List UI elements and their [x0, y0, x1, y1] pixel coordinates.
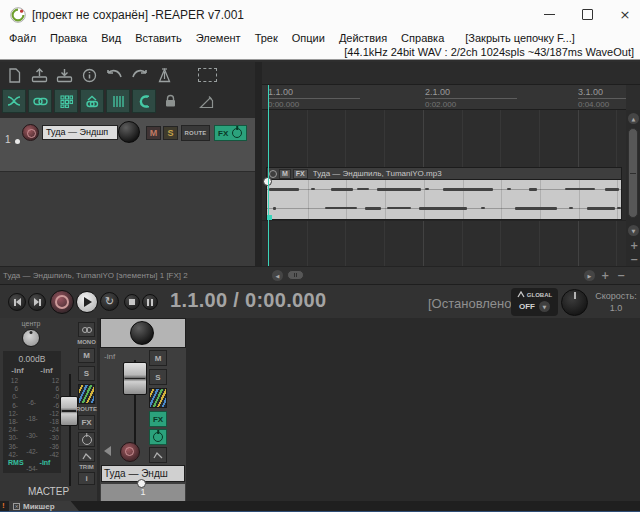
close-button[interactable]: × — [606, 0, 640, 29]
transport-time-display[interactable]: 1.1.00 / 0:00.000 — [170, 289, 326, 312]
track-volume-knob[interactable] — [118, 121, 140, 143]
menu-item[interactable]: Справка — [401, 32, 444, 44]
mixer-mute-button[interactable]: M — [149, 350, 167, 366]
vertical-zoom-in-icon[interactable]: + — [630, 241, 638, 251]
title-bar[interactable]: [проект не сохранён] -REAPER v7.001 × — [0, 0, 640, 30]
track-solo-button[interactable]: S — [163, 126, 178, 140]
scroll-left-icon[interactable]: ◀ — [272, 270, 283, 281]
mixer-fx-button[interactable]: FX — [149, 411, 167, 427]
master-pan-knob[interactable] — [22, 329, 40, 347]
menu-item[interactable]: Опции — [292, 32, 325, 44]
save-project-button[interactable] — [52, 65, 77, 85]
master-solo-button[interactable]: S — [78, 366, 95, 381]
master-rms-value: -inf — [40, 459, 51, 466]
item-waveform[interactable] — [267, 180, 621, 219]
mixer-fx-power-button[interactable] — [149, 429, 167, 445]
menu-item[interactable]: Трек — [255, 32, 278, 44]
undo-icon[interactable] — [102, 65, 127, 85]
lock-toggle-button[interactable] — [158, 89, 182, 113]
tab-close-icon[interactable]: × — [13, 503, 20, 510]
menu-item[interactable]: Вставить — [135, 32, 182, 44]
play-button[interactable] — [76, 291, 98, 313]
toolbar-row-1 — [2, 65, 220, 85]
go-to-start-button[interactable] — [8, 293, 26, 311]
ripple-edit-button[interactable] — [54, 89, 78, 113]
minimize-button[interactable] — [530, 0, 568, 29]
speaker-icon[interactable] — [104, 446, 111, 456]
horizontal-zoom-in-icon[interactable]: + — [601, 271, 609, 281]
marquee-select-button[interactable] — [195, 65, 220, 85]
mixer-phase-button[interactable] — [149, 388, 167, 408]
mixer-automation-button[interactable] — [149, 447, 167, 463]
global-dropdown-icon[interactable]: ▼ — [539, 301, 550, 312]
repeat-button[interactable]: ↻ — [100, 292, 119, 311]
arrange-body[interactable]: M FX Туда — Эндшпиль, TumaniYO.mp3 — [262, 110, 626, 266]
horizontal-zoom-out-icon[interactable]: − — [617, 271, 625, 281]
pause-button[interactable] — [142, 294, 158, 310]
project-settings-button[interactable] — [77, 65, 102, 85]
scroll-down-icon[interactable]: ▼ — [628, 225, 639, 236]
vertical-zoom-out-icon[interactable]: − — [630, 255, 638, 265]
record-button[interactable] — [50, 290, 74, 314]
new-project-button[interactable] — [2, 65, 27, 85]
scroll-up-icon[interactable]: ▲ — [628, 113, 639, 124]
close-icon: × — [620, 7, 631, 22]
audio-status: [44.1kHz 24bit WAV : 2/2ch 1024spls ~43/… — [0, 46, 634, 60]
ruler-mark: 3.1.000:04.000 — [578, 87, 626, 109]
master-rms-label: RMS — [8, 459, 24, 466]
mixer-solo-button[interactable]: S — [149, 369, 167, 385]
master-info-button[interactable]: i — [78, 472, 95, 485]
snap-toggle-button[interactable] — [132, 89, 156, 113]
master-mono-button[interactable] — [78, 322, 95, 337]
mixer-fader[interactable] — [123, 362, 147, 395]
vertical-scrollbar[interactable]: ▲ ▼ + − — [626, 110, 640, 266]
item-fx-badge[interactable]: FX — [293, 169, 308, 179]
envelope-group-button[interactable] — [80, 89, 104, 113]
menu-item[interactable]: Вид — [101, 32, 121, 44]
menu-item[interactable]: Правка — [50, 32, 87, 44]
razor-edit-button[interactable] — [194, 89, 218, 113]
grid-toggle-button[interactable] — [106, 89, 130, 113]
master-mono-label: MONO — [74, 339, 99, 345]
menu-item[interactable]: Действия — [339, 32, 387, 44]
record-arm-button[interactable] — [22, 124, 39, 141]
master-phase-button[interactable] — [78, 384, 95, 404]
master-fx-power-button[interactable] — [78, 432, 95, 447]
stop-button[interactable] — [124, 294, 140, 310]
track-route-button[interactable]: ROUTE — [181, 125, 210, 141]
metronome-icon[interactable] — [152, 65, 177, 85]
item-mute-badge[interactable]: M — [279, 169, 291, 179]
media-item-header[interactable]: M FX Туда — Эндшпиль, TumaniYO.mp3 — [267, 168, 621, 180]
track-name-field[interactable]: Туда — Эндшп — [42, 125, 118, 140]
track-fx-button[interactable]: FX — [214, 125, 247, 141]
playrate-knob[interactable] — [561, 289, 588, 316]
mixer-docker-tab[interactable]: × Микшер — [9, 501, 79, 511]
vertical-scroll-thumb[interactable] — [628, 128, 638, 218]
mixer-record-arm-button[interactable] — [120, 442, 140, 462]
master-automation-button[interactable] — [78, 449, 95, 462]
redo-icon[interactable] — [127, 65, 152, 85]
tcp-arrange-divider[interactable] — [255, 62, 262, 266]
ruler[interactable]: 1.1.000:00.0002.1.000:02.0003.1.000:04.0… — [262, 85, 626, 110]
crossfade-toggle-button[interactable] — [2, 89, 26, 113]
media-item[interactable]: M FX Туда — Эндшпиль, TumaniYO.mp3 — [266, 167, 622, 220]
maximize-button[interactable] — [568, 0, 606, 29]
global-automation-button[interactable]: GLOBAL OFF▼ — [511, 288, 558, 316]
master-volume-value: 0.00dB — [3, 354, 61, 364]
master-mute-button[interactable]: M — [78, 348, 95, 363]
menu-item[interactable]: Элемент — [196, 32, 241, 44]
track-mute-button[interactable]: M — [146, 126, 161, 140]
scroll-right-icon[interactable]: ▶ — [584, 270, 595, 281]
mixer-pan-knob[interactable] — [130, 321, 154, 345]
fx-power-icon[interactable] — [232, 128, 242, 138]
go-to-end-button[interactable] — [28, 293, 46, 311]
item-lock-icon[interactable] — [269, 170, 277, 178]
item-grouping-button[interactable] — [28, 89, 52, 113]
menu-item[interactable]: Файл — [9, 32, 36, 44]
open-project-button[interactable] — [27, 65, 52, 85]
menu-item[interactable]: [Закрыть цепочку F...] — [465, 32, 575, 44]
track-1-panel[interactable]: 1 Туда — Эндшп M S ROUTE FX — [0, 118, 255, 172]
selected-item-info: Туда — Эндшпиль, TumaniYO [элементы] 1 [… — [3, 271, 188, 280]
master-fx-button[interactable]: FX — [78, 415, 95, 430]
horizontal-scroll-thumb[interactable] — [287, 270, 304, 280]
